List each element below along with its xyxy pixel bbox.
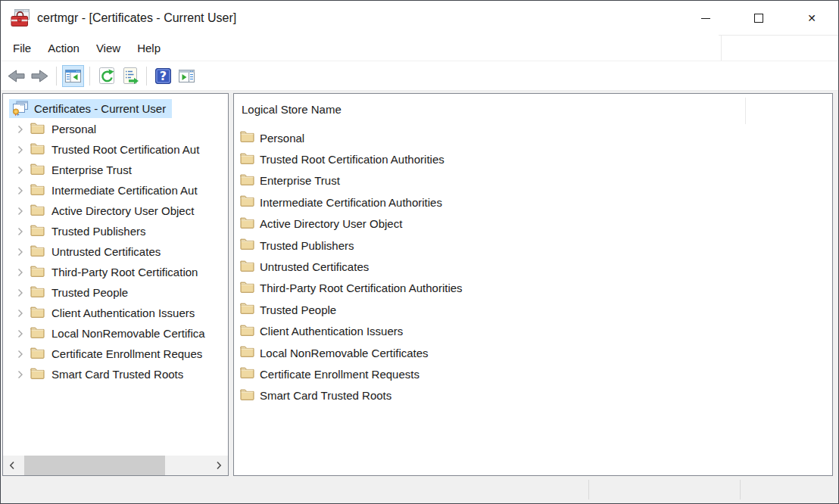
expand-chevron-icon[interactable] bbox=[17, 370, 25, 379]
list-item[interactable]: Enterprise Trust bbox=[234, 170, 832, 191]
expand-chevron-icon[interactable] bbox=[17, 329, 25, 338]
expand-chevron-icon[interactable] bbox=[17, 207, 25, 216]
show-hide-console-tree-button[interactable] bbox=[62, 65, 84, 87]
folder-icon bbox=[240, 366, 254, 381]
list-item[interactable]: Local NonRemovable Certificates bbox=[234, 342, 832, 363]
tree-item[interactable]: Client Authentication Issuers bbox=[3, 303, 228, 323]
tree-item-label: Client Authentication Issuers bbox=[51, 306, 195, 319]
tree-item[interactable]: Certificate Enrollment Reques bbox=[3, 344, 228, 364]
expand-chevron-icon[interactable] bbox=[17, 350, 25, 359]
list-item-label: Enterprise Trust bbox=[260, 174, 340, 187]
tree-item-label: Smart Card Trusted Roots bbox=[51, 368, 183, 381]
list-item[interactable]: Certificate Enrollment Requests bbox=[234, 363, 832, 384]
toolbar-separator bbox=[56, 67, 57, 86]
back-button[interactable] bbox=[5, 65, 27, 87]
list-item[interactable]: Trusted Root Certification Authorities bbox=[234, 148, 832, 170]
tree-item-label: Untrusted Certificates bbox=[51, 245, 161, 258]
expand-chevron-icon[interactable] bbox=[17, 125, 25, 134]
list-item[interactable]: Active Directory User Object bbox=[234, 213, 832, 235]
folder-icon bbox=[30, 183, 45, 198]
tree-root-certificates-current-user[interactable]: Certificates - Current User bbox=[3, 98, 228, 119]
tree-item-label: Certificate Enrollment Reques bbox=[51, 347, 202, 360]
expand-chevron-icon[interactable] bbox=[17, 186, 25, 195]
scroll-right-button[interactable] bbox=[210, 456, 228, 475]
tree-item[interactable]: Trusted Publishers bbox=[3, 221, 228, 241]
certificates-snapin-icon bbox=[11, 101, 29, 117]
tree-item-label: Active Directory User Object bbox=[51, 204, 194, 217]
help-button[interactable]: ? bbox=[152, 65, 174, 87]
tree-item-label: Trusted People bbox=[51, 286, 128, 299]
show-hide-action-pane-button[interactable] bbox=[176, 65, 198, 87]
close-button[interactable]: ✕ bbox=[785, 1, 838, 36]
forward-button[interactable] bbox=[29, 65, 51, 87]
menu-item[interactable]: Help bbox=[129, 37, 169, 59]
list-item[interactable]: Intermediate Certification Authorities bbox=[234, 191, 832, 213]
tree-item[interactable]: Smart Card Trusted Roots bbox=[3, 364, 228, 384]
tree-item[interactable]: Enterprise Trust bbox=[3, 160, 228, 180]
column-header-logical-store-name[interactable]: Logical Store Name bbox=[242, 103, 342, 116]
minimize-icon bbox=[701, 18, 710, 19]
expand-chevron-icon[interactable] bbox=[17, 288, 25, 297]
column-divider[interactable] bbox=[745, 98, 746, 124]
maximize-button[interactable] bbox=[732, 1, 785, 36]
folder-icon bbox=[240, 260, 254, 275]
expand-chevron-icon[interactable] bbox=[17, 268, 25, 277]
list-item[interactable]: Trusted Publishers bbox=[234, 235, 832, 256]
list-item[interactable]: Trusted People bbox=[234, 299, 832, 320]
tree-item[interactable]: Untrusted Certificates bbox=[3, 241, 228, 262]
list-item[interactable]: Personal bbox=[234, 127, 832, 148]
list-item-label: Smart Card Trusted Roots bbox=[260, 389, 391, 402]
tree-item[interactable]: Active Directory User Object bbox=[3, 201, 228, 221]
tree-item[interactable]: Trusted Root Certification Aut bbox=[3, 139, 228, 160]
folder-icon bbox=[30, 142, 45, 157]
export-list-icon bbox=[121, 67, 139, 85]
tree-item[interactable]: Personal bbox=[3, 119, 228, 139]
list-item[interactable]: Third-Party Root Certification Authoriti… bbox=[234, 278, 832, 299]
expand-chevron-icon[interactable] bbox=[17, 309, 25, 318]
folder-icon bbox=[240, 324, 254, 339]
tree-item[interactable]: Third-Party Root Certification bbox=[3, 262, 228, 282]
tree-item[interactable]: Intermediate Certification Aut bbox=[3, 180, 228, 201]
list-item-label: Third-Party Root Certification Authoriti… bbox=[260, 282, 463, 294]
status-bar bbox=[1, 478, 838, 503]
expand-chevron-icon[interactable] bbox=[17, 166, 25, 175]
tree-item[interactable]: Local NonRemovable Certifica bbox=[3, 323, 228, 344]
folder-icon bbox=[240, 130, 254, 145]
folder-icon bbox=[240, 238, 254, 253]
status-divider bbox=[740, 480, 741, 499]
list-item-label: Local NonRemovable Certificates bbox=[260, 347, 429, 359]
tree-item[interactable]: Trusted People bbox=[3, 282, 228, 303]
tree-item-label: Intermediate Certification Aut bbox=[51, 184, 198, 197]
tree-item-label: Trusted Root Certification Aut bbox=[51, 143, 199, 156]
list-item-label: Trusted People bbox=[260, 303, 336, 316]
menu-item[interactable]: File bbox=[5, 37, 39, 59]
mmc-console-icon bbox=[11, 8, 30, 28]
list-item[interactable]: Client Authentication Issuers bbox=[234, 321, 832, 342]
action-pane-icon bbox=[178, 68, 195, 84]
console-tree-icon bbox=[64, 68, 82, 84]
window-controls: ✕ bbox=[679, 1, 838, 36]
status-divider bbox=[588, 480, 589, 499]
menu-item[interactable]: Action bbox=[39, 37, 88, 59]
list-item-label: Intermediate Certification Authorities bbox=[260, 196, 442, 209]
list-item[interactable]: Smart Card Trusted Roots bbox=[234, 385, 832, 406]
scroll-right-icon bbox=[216, 461, 222, 470]
list-item-label: Untrusted Certificates bbox=[260, 260, 369, 273]
list-item-label: Trusted Root Certification Authorities bbox=[260, 153, 444, 166]
tree-item-label: Third-Party Root Certification bbox=[51, 266, 198, 278]
scrollbar-thumb[interactable] bbox=[24, 456, 165, 475]
tree-horizontal-scrollbar[interactable] bbox=[3, 456, 228, 475]
tree-item-label: Enterprise Trust bbox=[51, 163, 132, 176]
toolbar-separator bbox=[89, 67, 90, 86]
expand-chevron-icon[interactable] bbox=[17, 145, 25, 154]
minimize-button[interactable] bbox=[679, 1, 732, 36]
list-item[interactable]: Untrusted Certificates bbox=[234, 256, 832, 277]
export-list-button[interactable] bbox=[119, 65, 141, 87]
expand-chevron-icon[interactable] bbox=[17, 247, 25, 257]
folder-icon bbox=[30, 306, 45, 321]
menu-item[interactable]: View bbox=[88, 37, 129, 59]
refresh-button[interactable] bbox=[95, 65, 117, 87]
main-area: Certificates - Current User bbox=[1, 91, 838, 478]
scroll-left-button[interactable] bbox=[3, 456, 21, 475]
expand-chevron-icon[interactable] bbox=[17, 227, 25, 236]
